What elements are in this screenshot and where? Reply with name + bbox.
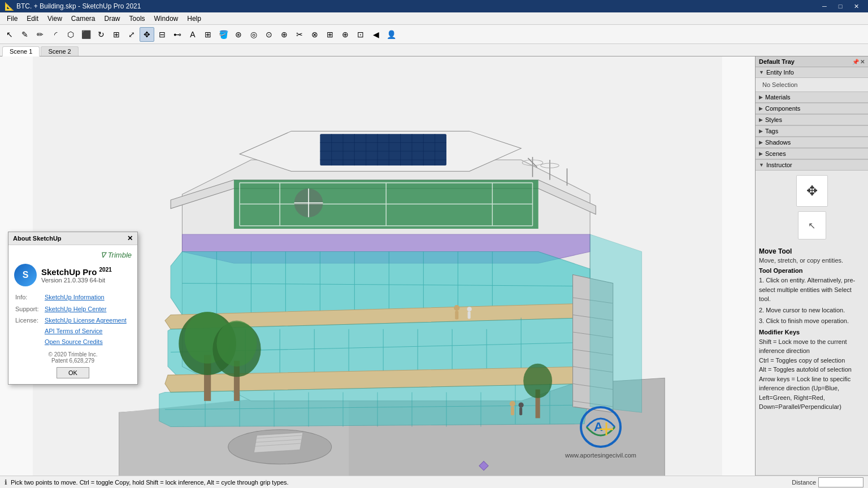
tool-desc: Move, stretch, or copy entities. (759, 257, 865, 264)
menu-item-tools[interactable]: Tools (125, 12, 150, 25)
svg-point-98 (523, 364, 552, 398)
scene-tab-scene-2[interactable]: Scene 2 (41, 46, 78, 56)
svg-marker-90 (590, 234, 641, 412)
about-close-icon[interactable]: ✕ (127, 234, 133, 242)
titlebar-controls: ─ □ ✕ (817, 1, 863, 11)
instructor-header[interactable]: Instructor (756, 160, 868, 171)
about-dialog: About SketchUp ✕ ∇ Trimble S SketchUp Pr… (8, 232, 138, 385)
menu-item-view[interactable]: View (43, 12, 67, 25)
tool-name: Move Tool (759, 247, 865, 255)
toolbar-section-plane-tool[interactable]: ✂ (292, 27, 307, 42)
toolbar-zoom-extents-tool[interactable]: ⊡ (353, 27, 368, 42)
main-area: About SketchUp ✕ ∇ Trimble S SketchUp Pr… (0, 56, 868, 476)
tray-pin-button[interactable]: 📌 (852, 59, 859, 65)
menu-item-window[interactable]: Window (150, 12, 183, 25)
statusbar-right: Distance (792, 477, 863, 487)
materials-panel: Materials (756, 92, 868, 103)
toolbar-arc-tool[interactable]: ◜ (48, 27, 63, 42)
scenes-header[interactable]: Scenes (756, 149, 868, 159)
statusbar: ℹ Pick two points to move. Ctrl = toggle… (0, 476, 868, 488)
svg-rect-10 (320, 134, 446, 165)
product-year: 2021 (99, 267, 112, 273)
tags-header[interactable]: Tags (756, 126, 868, 137)
opensource-link[interactable]: Open Source Credits (45, 338, 103, 345)
instructor-arrow (759, 162, 764, 168)
sketchup-logo-area: S SketchUp Pro 2021 Version 21.0.339 64-… (14, 264, 132, 286)
svg-marker-4 (254, 433, 302, 453)
toolbar-offset-tool[interactable]: ⊟ (155, 27, 170, 42)
toolbar-follow-me-tool[interactable]: ⊞ (109, 27, 124, 42)
info-icon: ℹ (5, 478, 7, 486)
svg-text:A: A (594, 420, 603, 434)
menu-item-draw[interactable]: Draw (100, 12, 125, 25)
toolbar-eraser-tool[interactable]: ✎ (18, 27, 32, 42)
toolbar-zoom-window-tool[interactable]: ⊕ (277, 27, 292, 42)
viewport[interactable]: About SketchUp ✕ ∇ Trimble S SketchUp Pr… (0, 56, 755, 476)
titlebar-title: BTC. + Building.skp - SketchUp Pro 2021 (16, 2, 141, 10)
toolbar-scale-tool[interactable]: ⤢ (124, 27, 139, 42)
support-link[interactable]: SketchUp Help Center (45, 306, 106, 312)
distance-input[interactable] (818, 477, 863, 487)
toolbar-3dtext-tool[interactable]: ⊞ (201, 27, 215, 42)
toolbar-select-tool[interactable]: ↖ (2, 27, 17, 42)
svg-point-99 (454, 305, 459, 311)
license-label: License: (15, 315, 44, 347)
svg-point-103 (510, 401, 515, 407)
styles-header[interactable]: Styles (756, 115, 868, 125)
toolbar-position-camera-tool[interactable]: ⊙ (262, 27, 276, 42)
maximize-button[interactable]: □ (833, 1, 848, 11)
api-link[interactable]: API Terms of Service (45, 328, 103, 334)
operation-heading: Tool Operation (759, 267, 865, 274)
close-button[interactable]: ✕ (849, 1, 863, 11)
about-dialog-body: ∇ Trimble S SketchUp Pro 2021 Version 21… (8, 245, 137, 384)
shadows-header[interactable]: Shadows (756, 137, 868, 148)
toolbar-push-pull-tool[interactable]: ⬛ (79, 27, 93, 42)
about-ok-button[interactable]: OK (57, 367, 89, 378)
no-selection-text: No Selection (759, 79, 801, 90)
shadows-title: Shadows (765, 139, 791, 146)
right-panel: Default Tray 📌 ✕ Entity Info No Selectio… (755, 56, 868, 476)
scenes-arrow (759, 151, 763, 156)
toolbar-paint-tool[interactable]: 🪣 (216, 27, 231, 42)
move-tool-icon-box: ✥ (796, 175, 828, 207)
toolbar-zoom-tool[interactable]: ⊕ (338, 27, 353, 42)
trimble-branding: ∇ Trimble (14, 251, 132, 259)
instructor-title: Instructor (766, 162, 792, 168)
toolbar-pencil-tool[interactable]: ✏ (33, 27, 47, 42)
components-header[interactable]: Components (756, 103, 868, 114)
toolbar-previous-tool[interactable]: ◀ (368, 27, 383, 42)
scene-tab-scene-1[interactable]: Scene 1 (2, 46, 40, 56)
tray-title: Default Tray (759, 58, 795, 65)
menu-item-file[interactable]: File (2, 12, 22, 25)
minimize-button[interactable]: ─ (817, 1, 832, 11)
toolbar-look-around-tool[interactable]: ◎ (246, 27, 261, 42)
toolbar-text-tool[interactable]: A (185, 27, 200, 42)
toolbar-orbit-tool[interactable]: ⊗ (307, 27, 322, 42)
toolbar-account-tool[interactable]: 👤 (384, 27, 398, 42)
svg-rect-106 (519, 407, 522, 415)
menu-item-edit[interactable]: Edit (22, 12, 43, 25)
svg-point-105 (519, 402, 524, 407)
tray-close-button[interactable]: ✕ (860, 59, 865, 65)
materials-title: Materials (765, 94, 791, 101)
toolbar-walk-tool[interactable]: ⊛ (231, 27, 246, 42)
toolbar-tape-tool[interactable]: ⊷ (170, 27, 185, 42)
materials-header[interactable]: Materials (756, 92, 868, 103)
menu-item-camera[interactable]: Camera (67, 12, 100, 25)
toolbar-pan-tool[interactable]: ⊞ (323, 27, 337, 42)
operation-steps: 1. Click on entity. Alternatively, pre-s… (759, 276, 865, 326)
license-link[interactable]: SketchUp License Agreement (45, 317, 127, 324)
toolbar-rotate-tool[interactable]: ↻ (94, 27, 108, 42)
step-3: 3. Click to finish move operation. (759, 316, 865, 326)
toolbar-shape-tool[interactable]: ⬡ (63, 27, 78, 42)
styles-panel: Styles (756, 115, 868, 126)
titlebar: 📐 BTC. + Building.skp - SketchUp Pro 202… (0, 0, 868, 12)
watermark-logo: A (578, 404, 623, 450)
entity-info-header[interactable]: Entity Info (756, 67, 868, 78)
toolbar-move-tool[interactable]: ✥ (140, 27, 154, 42)
step-1: 1. Click on entity. Alternatively, pre-s… (759, 276, 865, 304)
titlebar-left: 📐 BTC. + Building.skp - SketchUp Pro 202… (5, 2, 141, 11)
statusbar-left: ℹ Pick two points to move. Ctrl = toggle… (5, 478, 289, 486)
info-link[interactable]: SketchUp Information (45, 294, 105, 300)
menu-item-help[interactable]: Help (183, 12, 206, 25)
